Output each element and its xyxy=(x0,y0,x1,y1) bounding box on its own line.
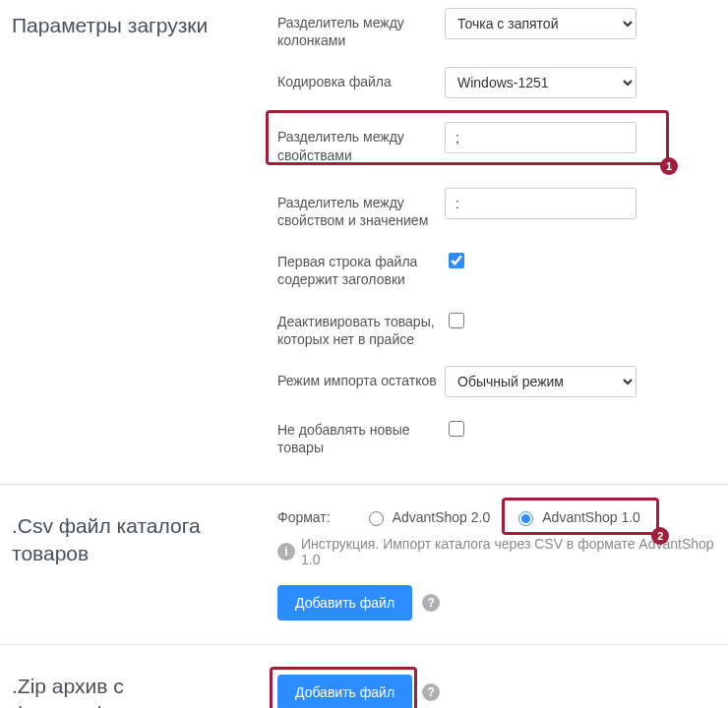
section-upload-params: Параметры загрузки Разделитель между кол… xyxy=(0,0,728,485)
field-control: Точка с запятой xyxy=(445,8,716,39)
field-label: Разделитель между свойствами xyxy=(277,122,445,163)
field-control xyxy=(445,188,716,219)
section-body: 3 Добавить файл ? xyxy=(258,669,716,708)
field-no-add-new: Не добавлять новые товары xyxy=(277,415,716,456)
format-radio-row: Формат: AdvantShop 2.0 2 AdvantShop 1.0 xyxy=(277,508,716,526)
field-label: Разделитель между свойством и значением xyxy=(277,188,445,229)
section-title-upload-params: Параметры загрузки xyxy=(12,8,258,460)
field-deactivate-missing: Деактивировать товары, которых нет в пра… xyxy=(277,307,716,348)
field-label: Первая строка файла содержит заголовки xyxy=(277,247,445,288)
field-control xyxy=(445,415,716,440)
radio-advantshop-2[interactable]: AdvantShop 2.0 xyxy=(364,508,491,526)
radio-advantshop-2-input[interactable] xyxy=(369,511,384,526)
no-add-new-checkbox[interactable] xyxy=(449,421,464,437)
radio-advantshop-1-wrapper: 2 AdvantShop 1.0 xyxy=(514,508,640,526)
field-control xyxy=(445,122,716,153)
csv-add-file-button[interactable]: Добавить файл xyxy=(277,585,412,620)
encoding-select[interactable]: Windows-1251 xyxy=(445,67,637,98)
first-row-headers-checkbox[interactable] xyxy=(449,253,464,268)
radio-advantshop-1[interactable]: AdvantShop 1.0 xyxy=(514,508,640,526)
radio-label: AdvantShop 1.0 xyxy=(542,509,640,525)
field-prop-sep: 1 Разделитель между свойствами xyxy=(277,116,716,169)
propval-sep-input[interactable] xyxy=(445,188,637,219)
field-encoding: Кодировка файла Windows-1251 xyxy=(277,67,716,98)
section-title-csv: .Csv файл каталога товаров xyxy=(12,508,258,620)
instruction-row: i Инструкция. Импорт каталога через CSV … xyxy=(277,536,716,567)
column-sep-select[interactable]: Точка с запятой xyxy=(445,8,637,39)
deactivate-missing-checkbox[interactable] xyxy=(449,313,464,328)
format-label: Формат: xyxy=(277,509,331,525)
stock-import-mode-select[interactable]: Обычный режим xyxy=(445,366,637,397)
field-control: Windows-1251 xyxy=(445,67,716,98)
prop-sep-input[interactable] xyxy=(445,122,637,153)
field-stock-import-mode: Режим импорта остатков Обычный режим xyxy=(277,366,716,397)
help-icon[interactable]: ? xyxy=(422,594,440,612)
zip-add-file-row: 3 Добавить файл ? xyxy=(277,675,716,708)
field-label: Деактивировать товары, которых нет в пра… xyxy=(277,307,445,348)
field-control xyxy=(445,307,716,331)
section-zip-archive: .Zip архив с фотографиями товаров 3 Доба… xyxy=(0,645,728,708)
field-label: Разделитель между колонками xyxy=(277,8,445,49)
field-control: Обычный режим xyxy=(445,366,716,397)
field-label: Не добавлять новые товары xyxy=(277,415,445,456)
field-first-row-headers: Первая строка файла содержит заголовки xyxy=(277,247,716,288)
section-title-zip: .Zip архив с фотографиями товаров xyxy=(12,669,258,708)
field-label: Кодировка файла xyxy=(277,67,445,90)
help-icon[interactable]: ? xyxy=(422,683,440,701)
field-label: Режим импорта остатков xyxy=(277,366,445,389)
field-column-sep: Разделитель между колонками Точка с запя… xyxy=(277,8,716,49)
section-body: Формат: AdvantShop 2.0 2 AdvantShop 1.0 … xyxy=(258,508,716,620)
radio-label: AdvantShop 2.0 xyxy=(393,509,491,525)
zip-add-file-button[interactable]: Добавить файл xyxy=(277,675,412,708)
field-control xyxy=(445,247,716,271)
field-propval-sep: Разделитель между свойством и значением xyxy=(277,188,716,229)
info-icon: i xyxy=(277,543,295,560)
annotation-badge-1: 1 xyxy=(660,157,678,175)
section-body: Разделитель между колонками Точка с запя… xyxy=(258,8,716,460)
csv-add-file-row: Добавить файл ? xyxy=(277,585,716,620)
section-csv-file: .Csv файл каталога товаров Формат: Advan… xyxy=(0,485,728,645)
radio-advantshop-1-input[interactable] xyxy=(518,511,533,526)
